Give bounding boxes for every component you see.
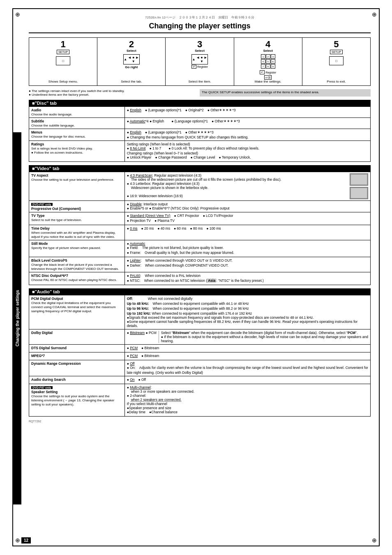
step-3-desc: Select the item. — [188, 80, 211, 83]
pcm-digital-label: PCM Digital Output Check the digital inp… — [29, 295, 125, 329]
dts-label: DTS Digital Surround — [29, 345, 125, 352]
step-2-go-right: Go right — [125, 65, 138, 69]
tv-image-1 — [350, 173, 368, 186]
tv-images — [350, 173, 368, 199]
step-5-desc: Press to exit. — [327, 80, 346, 83]
table-row: PCM Digital Output Check the digital inp… — [29, 295, 371, 329]
step-3-label: Select — [195, 49, 205, 53]
step-2-label: Select — [127, 49, 136, 53]
speaker-setting-value: ● Multi-channel: when 3 or more speakers… — [125, 384, 370, 417]
step-1: 1 SETUP □ Shows Setup menu. — [29, 38, 97, 85]
page-container: ⊕ ⊕ ⊕ ⊕ Changing the player settings 725… — [12, 8, 380, 546]
time-delay-value: ● 0 ms ● 20 ms ● 40 ms ● 60 ms ● 80 ms ●… — [125, 225, 370, 240]
audio-tab-table: PCM Digital Output Check the digital inp… — [29, 295, 371, 417]
note-1: ● The settings remain intact even if you… — [29, 89, 196, 93]
tv-aspect-label: TV Aspect Choose the setting to suit you… — [29, 172, 125, 201]
step-4-label: Select — [263, 49, 273, 53]
drc-label: Dynamic Range Compression — [29, 360, 125, 376]
table-row: DVD-F87 only Speaker Setting Choose the … — [29, 384, 371, 417]
audio-search-label: Audio during Search — [29, 376, 125, 384]
step-4-desc: Make the settings. — [255, 80, 281, 83]
still-mode-value: ● Automatic ● Field: The picture is not … — [125, 240, 370, 257]
table-row: Black Level Control*5 Change the black l… — [29, 257, 371, 272]
tv-aspect-value: ● 4:3 Pan&Scan: Regular aspect televisio… — [125, 172, 370, 201]
audio-value: ● English ● (Language options)*1 ● Origi… — [125, 107, 370, 118]
page-title: Changing the player settings — [29, 22, 371, 33]
sidebar: Changing the player settings — [13, 132, 21, 504]
mpeg-label: MPEG*7 — [29, 352, 125, 360]
ratings-label: Ratings Set a ratings level to limit DVD… — [29, 141, 125, 162]
corner-mark-br: ⊕ — [372, 537, 377, 543]
progressive-label: DVD-F87 only Progressive Out (Component) — [29, 201, 125, 212]
menus-label: Menus Choose the language for disc menus… — [29, 129, 125, 141]
progressive-value: ● Disable: Interlace output ● Enable*5 o… — [125, 201, 370, 212]
step-1-desc: Shows Setup menu. — [48, 80, 78, 83]
disc-tab-table: Audio Choose the audio language. ● Engli… — [29, 106, 371, 162]
black-level-label: Black Level Control*5 Change the black l… — [29, 257, 125, 272]
table-row: DTS Digital Surround ● PCM ● Bitstream — [29, 345, 371, 352]
corner-mark-bl: ⊕ — [15, 537, 20, 543]
table-row: Time Delay When connected with an AV amp… — [29, 225, 371, 240]
time-delay-label: Time Delay When connected with an AV amp… — [29, 225, 125, 240]
table-row: Audio during Search ● On ● Off — [29, 376, 371, 384]
still-mode-label: Still Mode Specify the type of picture s… — [29, 240, 125, 257]
header-info: 7252En.fm 12ページ ２００３年１２月２４日 水曜日 午前９時３６分 — [29, 15, 371, 20]
table-row: MPEG*7 ● PCM ● Bitstream — [29, 352, 371, 360]
step-3-nav: ▲ ◄●► ▼ — [191, 54, 208, 64]
table-row: Still Mode Specify the type of picture s… — [29, 240, 371, 257]
step-2: 2 Select ▲ ◄●► ▼ Go right Select the tab… — [97, 38, 166, 85]
notes-right: The QUICK SETUP enables successive setti… — [200, 89, 371, 97]
ntsc-disc-label: NTSC Disc Output*6*7 Choose PAL 60 or NT… — [29, 272, 125, 285]
step-5-number: 5 — [334, 40, 339, 49]
step-1-setup-label: SETUP — [57, 50, 69, 54]
footer-code: RQT7292 — [29, 420, 41, 423]
main-content: 7252En.fm 12ページ ２００３年１２月２４日 水曜日 午前９時３６分 … — [29, 15, 371, 423]
dts-value: ● PCM ● Bitstream — [125, 345, 370, 352]
step-3-register-label: ↵ Register — [191, 65, 208, 69]
table-row: Subtitle Choose the subtitle language. ●… — [29, 118, 371, 129]
step-4-register: ↵ Register — [260, 70, 276, 74]
drc-value: ● Off ● On: Adjusts for clarity even whe… — [125, 360, 370, 376]
step-2-desc: Select the tab. — [121, 80, 142, 83]
table-row: TV Aspect Choose the setting to suit you… — [29, 172, 371, 201]
video-tab-table: TV Aspect Choose the setting to suit you… — [29, 172, 371, 285]
disc-tab-header: "Disc" tab — [29, 100, 371, 106]
ratings-value: Setting ratings (When level 8 is selecte… — [125, 141, 370, 162]
step-4-num-grid: 1 2 3 4 5 6 7 8 9 — [261, 54, 275, 69]
table-row: Ratings Set a ratings level to limit DVD… — [29, 141, 371, 162]
corner-mark-tr: ⊕ — [372, 11, 377, 18]
footer: RQT7292 12 — [29, 420, 371, 423]
tv-type-value: ● Standard (Direct View TV) ● CRT Projec… — [125, 212, 370, 225]
audio-label: Audio Choose the audio language. — [29, 107, 125, 118]
step-1-number: 1 — [60, 40, 65, 49]
step-5-device: □ — [329, 56, 344, 65]
menus-value: ● English ● (Language options)*1 ● Other… — [125, 129, 370, 141]
step-3-number: 3 — [197, 40, 202, 49]
step-1-device: □ — [56, 56, 70, 65]
dolby-digital-value: ● Bitstream ● PCM Select "Bitstream" whe… — [125, 329, 370, 345]
table-row: Audio Choose the audio language. ● Engli… — [29, 107, 371, 118]
pcm-digital-value: Off: When not connected digitally Up to … — [125, 295, 370, 329]
sidebar-text: Changing the player settings — [14, 288, 21, 348]
table-row: Menus Choose the language for disc menus… — [29, 129, 371, 141]
notes-left: ● The settings remain intact even if you… — [29, 89, 196, 97]
corner-mark-tl: ⊕ — [15, 11, 20, 18]
step-5-setup-label: SETUP — [330, 50, 343, 54]
table-row: NTSC Disc Output*6*7 Choose PAL 60 or NT… — [29, 272, 371, 285]
step-4: 4 Select 1 2 3 4 5 6 7 8 9 — [234, 38, 302, 85]
audio-tab-header: "Audio" tab — [29, 288, 371, 295]
step-2-number: 2 — [129, 40, 134, 49]
mpeg-value: ● PCM ● Bitstream — [125, 352, 370, 360]
step-3: 3 Select ▲ ◄●► ▼ ↵ Register Select the i… — [166, 38, 234, 85]
step-4-number: 4 — [265, 40, 270, 49]
page-number: 12 — [21, 537, 31, 543]
tv-image-2 — [350, 187, 368, 199]
speaker-setting-label: DVD-F87 only Speaker Setting Choose the … — [29, 384, 125, 417]
subtitle-label: Subtitle Choose the subtitle language. — [29, 118, 125, 129]
video-tab-header: "Video" tab — [29, 165, 371, 172]
black-level-value: ● Lighter: When connected through VIDEO … — [125, 257, 370, 272]
ntsc-disc-value: ● PAL60: When connected to a PAL televis… — [125, 272, 370, 285]
step-4-bottom-num: 0⌫ — [264, 75, 272, 80]
notes-area: ● The settings remain intact even if you… — [29, 89, 371, 97]
audio-search-value: ● On ● Off — [125, 376, 370, 384]
